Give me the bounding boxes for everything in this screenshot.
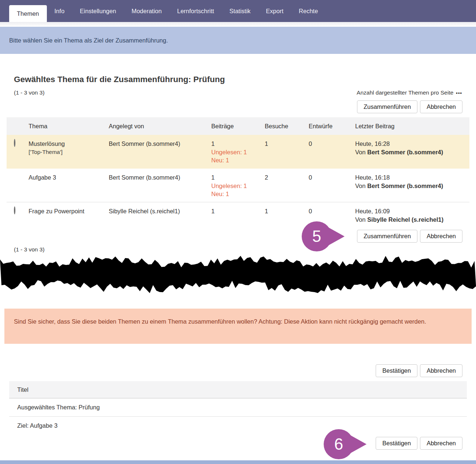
- topic-author: Sibylle Reichel (s.reichel1): [109, 207, 211, 216]
- topic-radio-musterloesung[interactable]: [14, 139, 15, 147]
- unread-count: Ungelesen: 1: [211, 182, 265, 190]
- topic-subtitle: ['Top-Thema']: [29, 148, 109, 156]
- topics-table-header: Thema Angelegt von Beiträge Besuche Entw…: [7, 117, 469, 135]
- confirm-buttons-bottom: Bestätigen Abbrechen: [376, 437, 462, 450]
- tab-moderation[interactable]: Moderation: [124, 0, 170, 22]
- merge-button-bottom[interactable]: Zusammenführen: [357, 230, 417, 243]
- last-post-time: Heute, 16:18: [355, 173, 469, 182]
- last-post-time: Heute, 16:28: [355, 140, 469, 148]
- topic-author: Bert Sommer (b.sommer4): [109, 173, 211, 182]
- drafts-count: 0: [309, 173, 355, 182]
- per-page-control: Anzahl dargestellter Themen pro Seite ••…: [357, 89, 462, 96]
- topics-table: Thema Angelegt von Beiträge Besuche Entw…: [7, 117, 469, 229]
- col-header-besuche: Besuche: [265, 123, 309, 130]
- info-message-banner: Bitte wählen Sie ein Thema als Ziel der …: [0, 27, 476, 54]
- table-row: Frage zu Powerpoint Sibylle Reichel (s.r…: [7, 202, 469, 229]
- bottom-action-buttons: Zusammenführen Abbrechen: [357, 230, 462, 243]
- per-page-label: Anzahl dargestellter Themen pro Seite: [357, 89, 453, 96]
- last-post-author: Sibylle Reichel (s.reichel1): [367, 216, 443, 223]
- topic-author: Bert Sommer (b.sommer4): [109, 140, 211, 148]
- torn-edge-divider: [0, 252, 476, 296]
- pagination-info-top: (1 - 3 von 3): [14, 89, 45, 96]
- confirm-button-bottom[interactable]: Bestätigen: [376, 437, 417, 450]
- cancel-button-top[interactable]: Abbrechen: [420, 100, 462, 113]
- new-count: Neu: 1: [211, 190, 265, 198]
- step-6-number: 6: [334, 435, 343, 453]
- last-post-author: Bert Sommer (b.sommer4): [367, 149, 443, 155]
- merge-button-top[interactable]: Zusammenführen: [357, 100, 417, 113]
- tab-themen[interactable]: Themen: [9, 5, 47, 22]
- topic-radio-powerpoint[interactable]: [14, 206, 15, 214]
- warning-text: Sind Sie sicher, dass Sie diese beiden T…: [14, 316, 431, 327]
- info-message-text: Bitte wählen Sie ein Thema als Ziel der …: [9, 37, 168, 44]
- tab-statistik[interactable]: Statistik: [222, 0, 259, 22]
- drafts-count: 0: [309, 140, 355, 148]
- nav-divider: [0, 22, 476, 27]
- topic-title: Aufgabe 3: [29, 173, 109, 182]
- tab-einstellungen[interactable]: Einstellungen: [72, 0, 124, 22]
- posts-count: 1: [211, 173, 265, 182]
- step-5-number: 5: [312, 227, 321, 245]
- last-post-author: Bert Sommer (b.sommer4): [367, 183, 443, 189]
- summary-row-selected-topic: Ausgewähltes Thema: Prüfung: [9, 398, 467, 417]
- last-post-by-prefix: Von: [355, 216, 365, 223]
- new-count: Neu: 1: [211, 156, 265, 165]
- last-post-by-prefix: Von: [355, 183, 365, 189]
- warning-banner: Sind Sie sicher, dass Sie diese beiden T…: [4, 309, 472, 344]
- table-row: Aufgabe 3 Bert Sommer (b.sommer4) 1 Unge…: [7, 169, 469, 202]
- page: Themen Info Einstellungen Moderation Ler…: [0, 0, 476, 464]
- drafts-count: 0: [309, 207, 355, 216]
- col-header-letzter-beitrag: Letzter Beitrag: [355, 123, 469, 130]
- tab-info[interactable]: Info: [47, 0, 72, 22]
- tab-lernfortschritt[interactable]: Lernfortschritt: [170, 0, 222, 22]
- cancel-button-confirm-top[interactable]: Abbrechen: [420, 364, 462, 377]
- per-page-menu-icon[interactable]: •••: [456, 90, 462, 96]
- unread-count: Ungelesen: 1: [211, 148, 265, 156]
- posts-count: 1: [211, 140, 265, 148]
- col-header-entwuerfe: Entwürfe: [309, 123, 355, 130]
- col-header-thema: Thema: [29, 123, 109, 130]
- table-row: Musterlösung ['Top-Thema'] Bert Sommer (…: [7, 135, 469, 169]
- confirm-button-top[interactable]: Bestätigen: [376, 364, 417, 377]
- last-post-time: Heute, 16:09: [355, 207, 469, 216]
- summary-col-header-titel: Titel: [9, 381, 467, 398]
- cancel-button-bottom[interactable]: Abbrechen: [420, 230, 462, 243]
- merge-summary-table: Titel Ausgewähltes Thema: Prüfung Ziel: …: [9, 381, 467, 435]
- cancel-button-confirm-bottom[interactable]: Abbrechen: [420, 437, 462, 450]
- summary-row-target-topic: Ziel: Aufgabe 3: [9, 417, 467, 435]
- tab-export[interactable]: Export: [258, 0, 291, 22]
- footer-bar: [0, 460, 476, 464]
- top-action-buttons: Zusammenführen Abbrechen: [357, 100, 462, 113]
- posts-count: 1: [211, 207, 265, 216]
- topic-title: Frage zu Powerpoint: [29, 207, 109, 216]
- topic-title: Musterlösung: [29, 140, 109, 148]
- page-title: Gewähltes Thema für die Zusammenführung:…: [14, 75, 225, 84]
- confirm-buttons-top: Bestätigen Abbrechen: [376, 364, 462, 377]
- visits-count: 1: [265, 140, 309, 148]
- visits-count: 1: [265, 207, 309, 216]
- visits-count: 2: [265, 173, 309, 182]
- top-tab-bar: Themen Info Einstellungen Moderation Ler…: [0, 0, 476, 22]
- col-header-angelegt-von: Angelegt von: [109, 123, 211, 130]
- col-header-beitraege: Beiträge: [211, 123, 265, 130]
- tab-rechte[interactable]: Rechte: [291, 0, 326, 22]
- last-post-by-prefix: Von: [355, 149, 365, 155]
